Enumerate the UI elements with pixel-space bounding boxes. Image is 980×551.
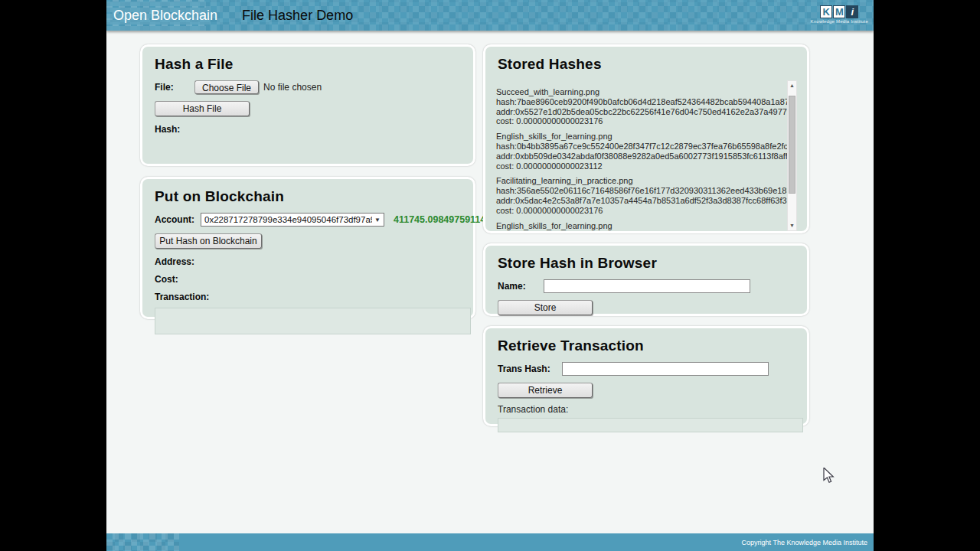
entry-cost: cost: 0.00000000000023176 [496,206,782,216]
kmi-letter-i: i [846,5,858,18]
page: Open Blockchain File Hasher Demo K M i K… [106,0,874,551]
put-on-blockchain-title: Put on Blockchain [155,188,463,205]
footer: Copyright The Knowledge Media Institute [106,533,874,551]
cost-label: Cost: [155,274,178,285]
entry-cost: cost: 0.00000000000023176 [496,116,782,126]
address-label: Address: [155,256,194,267]
put-on-blockchain-panel: Put on Blockchain Account: 0x22871727879… [140,177,475,319]
hash-a-file-title: Hash a File [155,56,463,73]
entry-filename: Succeed_with_learning.png [496,87,782,97]
name-input[interactable] [544,279,750,293]
entry-addr: addr:0x5dac4e2c53a8f7a7e10357a4454a7b853… [496,196,782,206]
entry-filename: English_skills_for_learning.png [496,132,782,142]
mouse-cursor [823,468,835,487]
trans-hash-label: Trans Hash: [498,364,550,374]
kmi-letter-k: K [820,5,832,18]
transaction-label: Transaction: [155,292,209,302]
entry-addr: addr:0x5527e1d02b5dea05cbc22bc62256f41e7… [496,107,782,117]
entry-hash: hash:7bae8960ceb9200f490b0afcb06d4d218ea… [496,97,782,107]
stored-hash-entry: English_skills_for_learning.png hash:0b4… [496,132,782,171]
stored-hash-entry: Succeed_with_learning.png hash:7bae8960c… [496,87,782,126]
retrieve-button[interactable]: Retrieve [498,383,593,398]
transaction-output-box [155,308,471,334]
kmi-logo: K M i Knowledge Media Institute [811,5,868,24]
stored-hashes-list[interactable]: Succeed_with_learning.png hash:7bae8960c… [495,80,797,231]
entry-filename: English_skills_for_learning.png [496,221,782,231]
scroll-up-icon[interactable]: ▲ [788,81,796,90]
scroll-down-icon[interactable]: ▼ [788,221,796,230]
scrollbar[interactable]: ▲ ▼ [787,80,797,231]
scrollbar-thumb[interactable] [789,96,795,194]
kmi-logo-letters: K M i [811,5,868,18]
store-hash-in-browser-panel: Store Hash in Browser Name: Store [483,243,809,316]
entry-hash: hash:0b4bb3895a67ce9c552400e28f347f7c12c… [496,142,782,152]
retrieve-transaction-panel: Retrieve Transaction Trans Hash: Retriev… [483,326,809,426]
header: Open Blockchain File Hasher Demo K M i K… [106,0,874,31]
transaction-data-box [498,418,803,432]
account-select-value: 0x228717278799e334e94095046f73df97a91588… [204,215,372,224]
trans-hash-input[interactable] [562,362,769,376]
stored-hash-entry: Facilitating_learning_in_practice.png ha… [496,176,782,215]
account-label: Account: [155,214,194,225]
entry-hash: hash:356ae5502e06116c71648586f76e16f177d… [496,186,782,196]
hash-label: Hash: [155,124,180,135]
file-label: File: [155,82,194,93]
hash-a-file-panel: Hash a File File: Choose File No file ch… [140,44,475,166]
stored-hashes-title: Stored Hashes [498,56,797,73]
kmi-caption: Knowledge Media Institute [811,19,868,24]
chevron-down-icon: ▼ [374,217,381,223]
kmi-letter-m: M [833,5,845,18]
account-balance: 411745.09849759114 [394,214,485,225]
stored-hash-entry: English_skills_for_learning.png [496,221,782,231]
name-label: Name: [498,281,526,292]
retrieve-transaction-title: Retrieve Transaction [498,337,797,354]
no-file-chosen-text: No file chosen [263,82,322,93]
choose-file-button[interactable]: Choose File [194,80,259,94]
stored-hashes-panel: Stored Hashes Succeed_with_learning.png … [483,44,809,233]
entry-cost: cost: 0.00000000000023112 [496,161,782,171]
entry-addr: addr:0xbb509de0342abdaf0f38088e9282a0ed5… [496,152,782,161]
transaction-data-label: Transaction data: [498,404,568,415]
account-select[interactable]: 0x228717278799e334e94095046f73df97a91588… [201,213,384,227]
put-hash-on-blockchain-button[interactable]: Put Hash on Blockchain [155,233,262,249]
store-button[interactable]: Store [498,300,593,315]
hash-file-button[interactable]: Hash File [155,101,250,116]
entry-filename: Facilitating_learning_in_practice.png [496,176,782,186]
brand-title: Open Blockchain [113,8,217,24]
page-title: File Hasher Demo [242,8,353,24]
copyright-text: Copyright The Knowledge Media Institute [742,539,874,546]
stored-hashes-content: Succeed_with_learning.png hash:7bae8960c… [496,87,782,231]
store-hash-title: Store Hash in Browser [498,255,797,272]
